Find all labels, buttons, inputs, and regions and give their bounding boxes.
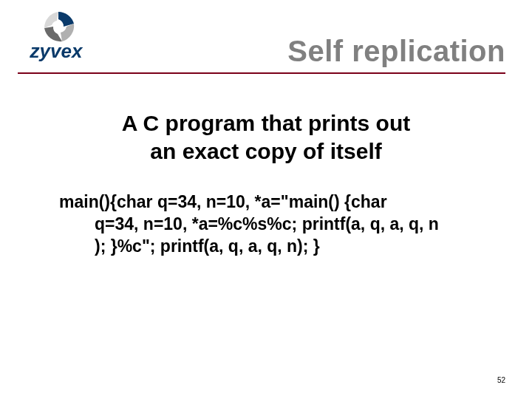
slide-content: A C program that prints out an exact cop… xyxy=(0,72,532,258)
slide-header: zyvex Self replication xyxy=(0,0,532,72)
slide-title: Self replication xyxy=(287,35,505,68)
slide-subtitle: A C program that prints out an exact cop… xyxy=(59,109,473,165)
brand-logo: zyvex xyxy=(18,7,99,66)
subtitle-line-2: an exact copy of itself xyxy=(59,137,473,166)
code-line-2: q=34, n=10, *a=%c%s%c; printf(a, q, a, q… xyxy=(59,214,473,236)
title-underline xyxy=(18,72,505,74)
page-number: 52 xyxy=(497,376,505,384)
subtitle-line-1: A C program that prints out xyxy=(59,109,473,137)
code-line-3: ); }%c"; printf(a, q, a, q, n); } xyxy=(59,236,473,258)
code-line-1: main(){char q=34, n=10, *a="main() {char xyxy=(59,191,473,214)
brand-text: zyvex xyxy=(30,40,83,62)
code-block: main(){char q=34, n=10, *a="main() {char… xyxy=(59,191,473,258)
